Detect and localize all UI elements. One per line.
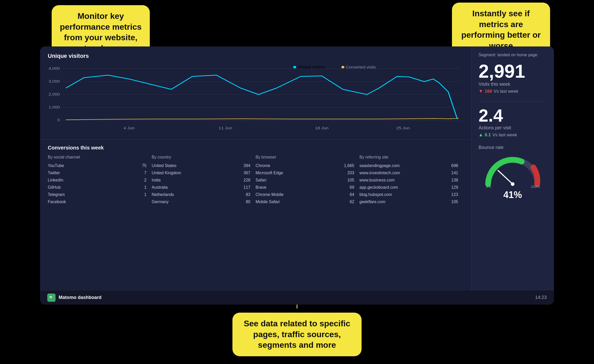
social-col: By social channel YouTube75Twitter7Linke… [48,155,152,205]
footer-brand: ᯤ Matomo dashboard [47,294,101,302]
svg-point-19 [511,182,514,186]
table-row: blog.hubspot.com123 [359,191,458,198]
svg-text:100%: 100% [531,185,540,188]
chart-area: Unique visitors 4,000 3,000 2,000 1,000 [40,46,471,140]
svg-line-18 [498,170,513,184]
gauge-container: 0% 100% 41% [479,154,547,200]
actions-number: 2.4 [479,107,547,124]
svg-text:0: 0 [57,118,60,122]
svg-text:1,000: 1,000 [49,105,60,109]
table-row: GitHub1 [48,184,146,191]
table-row: YouTube75 [48,162,146,169]
svg-text:2,000: 2,000 [49,92,60,96]
browser-header: By browser [256,155,354,160]
country-header: By country [152,155,250,160]
bounce-label: Bounce rate [479,145,547,150]
svg-text:18 Jun: 18 Jun [315,126,329,130]
table-row: Microsoft Edge203 [256,169,354,177]
matomo-icon: ᯤ [47,294,56,302]
conversions-area: Conversions this week By social channel … [40,140,471,290]
visits-change-val: 160 [485,89,492,94]
visits-number: 2,991 [479,62,547,81]
table-row: Mobile Safari62 [256,198,354,205]
visits-change-row: ▼ 160 Vs last week [479,89,547,94]
table-row: Chrome1,665 [256,162,354,169]
visits-down-arrow: ▼ [479,89,483,94]
table-row: www.investintech.com141 [359,169,458,177]
chart-wrapper: 4,000 3,000 2,000 1,000 0 4 Jun 11 Jun 1… [48,64,463,137]
right-panel: Segment: landed on home page 2,991 Visit… [471,46,554,290]
svg-text:4 Jun: 4 Jun [123,126,135,130]
chart-svg: 4,000 3,000 2,000 1,000 0 4 Jun 11 Jun 1… [48,64,463,136]
chart-title: Unique visitors [48,53,463,59]
svg-text:Unique visitors: Unique visitors [298,65,325,69]
svg-text:4,000: 4,000 [49,66,60,70]
table-row: Facebook [48,198,146,205]
gauge-svg: 0% 100% [483,154,542,188]
conversions-title: Conversions this week [48,145,463,151]
dashboard-footer: ᯤ Matomo dashboard 14:23 [40,290,554,305]
country-col: By country United States394United Kingdo… [152,155,255,205]
actions-label: Actions per visit [479,125,547,131]
svg-text:Converted visits: Converted visits [346,65,376,69]
table-row: Australia117 [152,184,250,191]
table-row: Netherlands83 [152,191,250,198]
table-row: Telegram1 [48,191,146,198]
callout-bottom: See data related to specific pages, traf… [232,313,362,356]
table-row: www.business.com138 [359,177,458,184]
table-row: Brave69 [256,184,354,191]
referring-header: By referring site [359,155,458,160]
svg-text:25 Jun: 25 Jun [396,126,410,130]
svg-point-14 [293,66,296,68]
conversions-table: By social channel YouTube75Twitter7Linke… [48,155,463,205]
table-row: India228 [152,177,250,184]
table-row: Germany80 [152,198,250,205]
table-row: United Kingdom367 [152,169,250,177]
actions-up-arrow: ▲ [479,132,483,138]
gauge-pct: 41% [503,189,522,200]
actions-change-val: 0.1 [485,132,491,138]
table-row: geekflare.com105 [359,198,458,205]
table-row: saaslandingpage.com698 [359,162,458,169]
brand-name: Matomo dashboard [59,295,101,300]
svg-text:11 Jun: 11 Jun [219,126,232,130]
left-panel: Unique visitors 4,000 3,000 2,000 1,000 [40,46,471,290]
svg-point-16 [341,66,345,68]
visits-change-text: Vs last week [494,89,518,94]
visits-label: Visits this week [479,82,547,87]
table-row: Chrome Mobile64 [256,191,354,198]
segment-label: Segment: landed on home page [479,53,547,57]
svg-text:3,000: 3,000 [49,79,60,83]
browser-col: By browser Chrome1,665Microsoft Edge203S… [256,155,359,205]
svg-text:0%: 0% [486,185,491,188]
social-header: By social channel [48,155,146,160]
actions-change-text: Vs last week [492,132,517,138]
dashboard: Unique visitors 4,000 3,000 2,000 1,000 [40,46,554,305]
table-row: Safari105 [256,177,354,184]
table-row: app.geckoboard.com129 [359,184,458,191]
table-row: Twitter7 [48,169,146,177]
divider-1 [479,101,547,101]
table-row: LinkedIn2 [48,177,146,184]
actions-change-row: ▲ 0.1 Vs last week [479,132,547,138]
table-row: United States394 [152,162,250,169]
referring-col: By referring site saaslandingpage.com698… [359,155,463,205]
footer-time: 14:23 [535,295,547,300]
